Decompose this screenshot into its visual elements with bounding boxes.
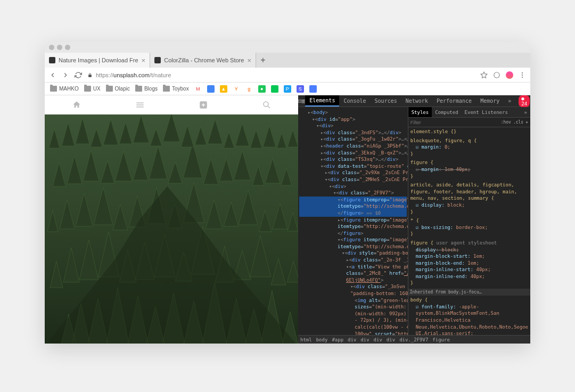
- css-rule[interactable]: element.style {}: [410, 128, 528, 135]
- devtools-tab[interactable]: Network: [401, 95, 432, 107]
- filter-pill[interactable]: .cls: [513, 120, 523, 125]
- bookmark-folder[interactable]: Olapic: [106, 86, 130, 92]
- bookmark-app-icon[interactable]: S: [297, 85, 304, 93]
- dom-node[interactable]: ▸<div class="_2v9Xm _2sCnE PrOB0 _1CR66"…: [299, 169, 407, 176]
- dom-node[interactable]: ▸<div class="_3ogFu _1w02r">…</div>: [299, 136, 407, 143]
- dom-node[interactable]: ▸<div class="_3ndFS">…</div>: [299, 129, 407, 136]
- browser-tab[interactable]: Nature Images | Download Fre×: [45, 53, 150, 68]
- add-icon[interactable]: [199, 100, 208, 110]
- search-icon[interactable]: [262, 100, 272, 110]
- dom-node[interactable]: ▸<header class="niAGp _3PSbf">…</header>: [299, 143, 407, 150]
- crumb-item[interactable]: div: [374, 337, 382, 342]
- dom-node[interactable]: </figure>: [299, 230, 407, 237]
- devtools-tab[interactable]: Console: [339, 95, 370, 107]
- dom-node[interactable]: ▸<div class="_3EkxQ _B-qxZ">…</div>: [299, 150, 407, 157]
- dom-node[interactable]: (min-width: 992px) calc(calc(100vw: [299, 311, 407, 317]
- dom-node[interactable]: ▾<a title="View the photo by Ethan Dow": [299, 264, 407, 271]
- inspect-icon[interactable]: ⊡: [298, 97, 302, 104]
- device-icon[interactable]: ▥: [302, 97, 306, 104]
- home-icon[interactable]: [72, 100, 81, 110]
- dom-node[interactable]: "padding-bottom: 160%;">: [299, 290, 407, 297]
- css-rule[interactable]: * {☑ box-sizing: border-box;}: [410, 217, 528, 238]
- dom-node[interactable]: itemtype="http://schema.org/ImageObject"…: [299, 203, 407, 210]
- css-rule[interactable]: body {☑ font-family: -apple-system,Blink…: [410, 297, 528, 335]
- dom-node[interactable]: ▾<div class="_2F9V7">: [299, 190, 407, 197]
- bookmark-app-icon[interactable]: [309, 85, 317, 93]
- dom-node[interactable]: ▸<div class="TS3xq">…</div>: [299, 156, 407, 163]
- dom-node[interactable]: 6EljUWLo4FQ">: [299, 277, 407, 284]
- dom-node[interactable]: ▾<div>: [299, 183, 407, 190]
- profile-avatar[interactable]: [506, 71, 513, 79]
- dom-node[interactable]: ▾<div class="_2MHeS _2sCnE PrOB0 _1CR66"…: [299, 176, 407, 183]
- dom-node[interactable]: ▸<div class="_2o-3f _1GZLi">…</div>: [299, 257, 407, 264]
- filter-pill[interactable]: :hov: [501, 120, 511, 125]
- devtools-tab[interactable]: Memory: [476, 95, 504, 107]
- css-rule[interactable]: article, aside, details, figcaption, fig…: [410, 182, 528, 215]
- browser-tab[interactable]: ColorZilla - Chrome Web Store×: [150, 53, 256, 68]
- styles-rules[interactable]: element.style {}blockquote, figure, q {☑…: [408, 127, 530, 335]
- crumb-item[interactable]: body: [316, 337, 328, 342]
- traffic-light-max[interactable]: [65, 45, 70, 50]
- bookmark-folder[interactable]: Blogs: [135, 86, 158, 92]
- bookmark-folder[interactable]: Toybox: [163, 86, 189, 92]
- forward-button[interactable]: [62, 71, 69, 79]
- dom-node[interactable]: - 72px) / 3), (min-width: 768px): [299, 317, 407, 324]
- bookmark-app-icon[interactable]: ●: [258, 85, 266, 93]
- dom-node[interactable]: ▾<figure itemprop="image" itemscope: [299, 197, 407, 203]
- dom-node[interactable]: ▾<div>: [299, 123, 407, 129]
- styles-filter-input[interactable]: [410, 120, 499, 125]
- filter-pill[interactable]: +: [525, 120, 528, 125]
- collections-icon[interactable]: [135, 100, 145, 110]
- dom-node[interactable]: calc(calc(100vw - 48px) / 2),: [299, 324, 407, 331]
- crumb-item[interactable]: #app: [332, 337, 343, 342]
- dom-node[interactable]: class="_2Mc8_" href="/photos/: [299, 270, 407, 277]
- new-tab-button[interactable]: +: [256, 53, 270, 68]
- star-icon[interactable]: [480, 71, 488, 79]
- dom-node[interactable]: ▸<figure itemprop="image" itemscope: [299, 217, 407, 224]
- dom-node[interactable]: </figure> == $0: [299, 210, 407, 217]
- back-button[interactable]: [49, 71, 56, 79]
- error-indicator[interactable]: ● 24: [515, 95, 530, 107]
- crumb-item[interactable]: figure: [432, 337, 450, 342]
- bookmark-app-icon[interactable]: P: [284, 85, 291, 93]
- dom-node[interactable]: ▾<div id="app">: [299, 116, 407, 123]
- bookmark-folder[interactable]: UX: [84, 86, 101, 92]
- reload-button[interactable]: [75, 71, 82, 79]
- bookmark-app-icon[interactable]: g: [245, 85, 253, 93]
- bookmark-app-icon[interactable]: Y: [233, 85, 240, 93]
- dom-node[interactable]: itemtype="http://schema.org/ImageObject"…: [299, 243, 407, 250]
- dom-node[interactable]: ▾<div data-test="topic-route" class>: [299, 163, 407, 170]
- elements-tree[interactable]: ▸<body>▾<div id="app">▾<div>▸<div class=…: [298, 107, 408, 335]
- dom-node[interactable]: sizes="(min-width: 1335px) 416px,: [299, 304, 407, 311]
- crumb-item[interactable]: div._2F9V7: [399, 337, 428, 342]
- dom-node[interactable]: 100vw" srcset="https://: [299, 331, 407, 335]
- dom-node[interactable]: ▾<div class="_3oSvn IEpfq" style=: [299, 283, 407, 290]
- bookmark-app-icon[interactable]: [271, 85, 278, 93]
- dom-node[interactable]: itemtype="http://schema.org/ImageObject"…: [299, 223, 407, 230]
- bookmark-folder[interactable]: MAHKO: [50, 86, 79, 92]
- menu-icon[interactable]: [519, 71, 526, 79]
- crumb-item[interactable]: html: [300, 337, 312, 342]
- bookmark-app-icon[interactable]: [207, 85, 215, 93]
- crumb-item[interactable]: div: [348, 337, 356, 342]
- styles-more[interactable]: »: [521, 107, 530, 117]
- breadcrumb[interactable]: htmlbody#appdivdivdivdivdiv._2F9V7figure: [298, 335, 530, 344]
- styles-tab[interactable]: Event Listeners: [462, 107, 511, 117]
- extension-icon[interactable]: [493, 71, 500, 79]
- dom-node[interactable]: <img alt="green-leafed trees": [299, 297, 407, 304]
- dom-node[interactable]: ▸<body>: [299, 109, 407, 116]
- address-bar[interactable]: https://unsplash.com/t/nature: [87, 72, 475, 78]
- tab-close-icon[interactable]: ×: [247, 56, 251, 64]
- dom-node[interactable]: ▾<figure itemprop="image" itemscope: [299, 236, 407, 243]
- css-rule[interactable]: blockquote, figure, q {☑ margin: 0;}: [410, 137, 528, 158]
- crumb-item[interactable]: div: [360, 337, 369, 342]
- traffic-light-close[interactable]: [49, 45, 54, 50]
- css-rule[interactable]: figure {☑ margin: 1em 40px;}: [410, 159, 528, 179]
- devtools-tab[interactable]: Elements: [305, 95, 339, 107]
- css-rule[interactable]: figure { user agent stylesheetdisplay: b…: [410, 240, 528, 287]
- styles-tab[interactable]: Computed: [432, 107, 461, 117]
- dom-node[interactable]: ▾<div style="padding-bottom: 50px;">: [299, 250, 407, 257]
- styles-tab[interactable]: Styles: [408, 107, 432, 117]
- tab-close-icon[interactable]: ×: [142, 56, 146, 64]
- devtools-more[interactable]: »: [504, 95, 515, 107]
